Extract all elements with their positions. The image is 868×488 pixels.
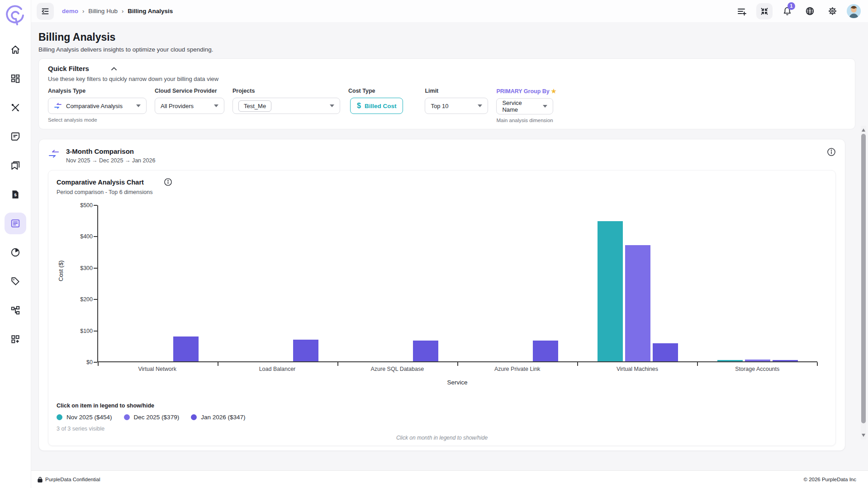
bar-jan-2026[interactable] bbox=[773, 360, 798, 361]
group-by-select[interactable]: Service Name bbox=[496, 98, 553, 114]
sidebar-collapse-button[interactable] bbox=[37, 3, 54, 20]
x-tick-mark bbox=[337, 362, 338, 366]
bar-dec-2025[interactable] bbox=[745, 360, 770, 361]
analysis-type-helper: Select analysis mode bbox=[48, 117, 147, 123]
legend-dot-icon bbox=[124, 414, 130, 420]
settings-button[interactable] bbox=[824, 3, 840, 19]
sidebar-item-notes[interactable] bbox=[5, 126, 26, 147]
add-to-list-button[interactable] bbox=[734, 3, 750, 19]
sidebar-item-dashboard[interactable] bbox=[5, 68, 26, 90]
footer-copyright: © 2026 PurpleData Inc bbox=[803, 477, 856, 482]
chart-card: Comparative Analysis Chart Period compar… bbox=[48, 170, 836, 446]
filter-csp: Cloud Service Provider All Providers bbox=[155, 88, 224, 114]
chart-info-button[interactable] bbox=[164, 178, 172, 186]
x-tick-mark bbox=[697, 362, 698, 366]
bar-jan-2026[interactable] bbox=[533, 341, 558, 361]
x-category-label: Storage Accounts bbox=[697, 366, 817, 372]
y-tick-label: $300 bbox=[80, 265, 93, 271]
bar-groups bbox=[98, 205, 817, 361]
legend-item-dec-2025[interactable]: Dec 2025 ($379) bbox=[124, 414, 180, 421]
x-axis-title: Service bbox=[97, 379, 817, 386]
plot-area: $0$100$200$300$400$500 bbox=[97, 205, 817, 362]
dropdown-caret-icon bbox=[543, 105, 547, 108]
main-content: Billing Analysis Billing Analysis delive… bbox=[31, 22, 868, 470]
y-tick-label: $0 bbox=[86, 359, 93, 365]
x-tick-mark bbox=[817, 362, 818, 366]
comparison-card: 3-Month Comparison Nov 2025 → Dec 2025 →… bbox=[38, 139, 845, 451]
limit-select[interactable]: Top 10 bbox=[425, 98, 488, 114]
group-by-label: PRIMARY Group By ★ bbox=[496, 88, 556, 95]
dropdown-caret-icon bbox=[330, 104, 334, 107]
user-avatar[interactable] bbox=[847, 4, 861, 18]
vertical-scrollbar[interactable] bbox=[861, 126, 866, 440]
quick-filters-collapse-button[interactable] bbox=[110, 66, 118, 72]
bar-jan-2026[interactable] bbox=[653, 343, 678, 361]
cost-type-button[interactable]: $ Billed Cost bbox=[350, 98, 403, 114]
list-plus-icon bbox=[737, 6, 747, 16]
legend-item-nov-2025[interactable]: Nov 2025 ($454) bbox=[57, 414, 112, 421]
project-chip[interactable]: Test_Me bbox=[238, 100, 271, 112]
limit-value: Top 10 bbox=[431, 103, 448, 109]
page-subtitle: Billing Analysis delivers insights to op… bbox=[38, 46, 855, 53]
sidebar-nav: $ bbox=[5, 39, 26, 350]
sidebar-item-reports[interactable] bbox=[5, 242, 26, 263]
series-visible-status: 3 of 3 series visible bbox=[57, 426, 827, 432]
scroll-down-arrow-icon[interactable] bbox=[862, 434, 865, 437]
bookmark-icon bbox=[10, 161, 20, 171]
dashboard-grid-icon bbox=[10, 74, 20, 84]
dropdown-caret-icon bbox=[136, 104, 141, 107]
chart-subtitle: Period comparison - Top 6 dimensions bbox=[57, 189, 827, 195]
bar-jan-2026[interactable] bbox=[173, 336, 199, 361]
language-button[interactable] bbox=[802, 3, 818, 19]
info-icon bbox=[827, 147, 836, 156]
y-tick-label: $400 bbox=[80, 233, 93, 240]
bar-group bbox=[697, 205, 817, 361]
star-icon: ★ bbox=[551, 88, 556, 95]
x-tick-mark bbox=[457, 362, 458, 366]
comparison-info-button[interactable] bbox=[827, 147, 836, 156]
chart-title: Comparative Analysis Chart bbox=[57, 179, 144, 186]
topbar-actions: 1 bbox=[734, 3, 861, 19]
sidebar-item-add-widget[interactable] bbox=[5, 328, 26, 350]
x-tick-mark bbox=[577, 362, 578, 366]
notifications-button[interactable]: 1 bbox=[779, 3, 795, 19]
pie-chart-icon bbox=[10, 247, 20, 257]
sidebar-item-bookmarks[interactable] bbox=[5, 155, 26, 176]
y-tick-label: $100 bbox=[80, 328, 93, 334]
bar-nov-2025[interactable] bbox=[717, 360, 743, 361]
breadcrumb: demo › Billing Hub › Billing Analysis bbox=[62, 8, 173, 14]
sidebar-item-home[interactable] bbox=[5, 39, 26, 61]
bar-dec-2025[interactable] bbox=[625, 245, 650, 361]
csp-label: Cloud Service Provider bbox=[155, 88, 224, 94]
globe-icon bbox=[805, 6, 815, 16]
home-icon bbox=[10, 45, 20, 55]
page-title: Billing Analysis bbox=[38, 31, 855, 43]
sidebar-item-invoices[interactable]: $ bbox=[5, 184, 26, 205]
collapse-view-button[interactable] bbox=[756, 3, 773, 19]
purpledata-logo-icon bbox=[5, 4, 26, 26]
analysis-type-select[interactable]: Comparative Analysis bbox=[48, 98, 147, 114]
sidebar-item-billing-analysis[interactable] bbox=[5, 213, 26, 234]
filter-analysis-type: Analysis Type Comparative Analysis Selec… bbox=[48, 88, 147, 123]
legend-item-jan-2026[interactable]: Jan 2026 ($347) bbox=[191, 414, 245, 421]
projects-select[interactable]: Test_Me bbox=[232, 98, 340, 114]
x-tick-mark bbox=[98, 362, 99, 366]
csp-select[interactable]: All Providers bbox=[155, 98, 224, 114]
scroll-up-arrow-icon[interactable] bbox=[862, 128, 865, 132]
scrollbar-thumb[interactable] bbox=[861, 134, 866, 423]
breadcrumb-section[interactable]: Billing Hub bbox=[88, 8, 118, 14]
sidebar-item-hierarchy[interactable] bbox=[5, 299, 26, 321]
bar-jan-2026[interactable] bbox=[293, 340, 318, 361]
sidebar-item-tools[interactable] bbox=[5, 97, 26, 118]
bar-jan-2026[interactable] bbox=[413, 341, 438, 361]
bar-nov-2025[interactable] bbox=[598, 221, 623, 362]
bar-group bbox=[458, 205, 578, 361]
x-category-label: Azure SQL Database bbox=[337, 366, 457, 372]
x-category-label: Virtual Network bbox=[97, 366, 217, 372]
info-icon bbox=[164, 178, 172, 186]
analysis-type-label: Analysis Type bbox=[48, 88, 147, 94]
month-hint: Click on month in legend to show/hide bbox=[57, 435, 827, 441]
sidebar-item-tags[interactable] bbox=[5, 270, 26, 292]
breadcrumb-project[interactable]: demo bbox=[62, 8, 78, 14]
report-list-icon bbox=[10, 218, 20, 228]
